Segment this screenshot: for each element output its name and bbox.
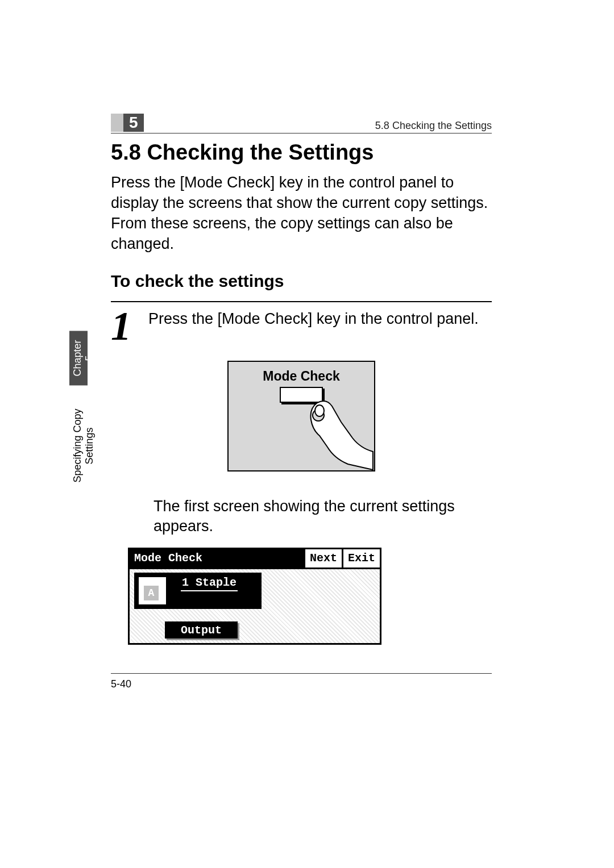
content-area: 5 5.8 Checking the Settings 5.8 Checking…	[111, 114, 492, 690]
step-separator	[111, 301, 492, 302]
document-icon: A	[139, 577, 166, 604]
page-number: 5-40	[111, 678, 492, 690]
step-number: 1	[111, 309, 131, 344]
lcd-output-button[interactable]: Output	[165, 621, 238, 639]
section-title: 5.8 Checking the Settings	[111, 140, 492, 165]
step-1: 1 Press the [Mode Check] key in the cont…	[111, 309, 492, 344]
side-tab: Chapter 5 Specifying Copy Settings	[69, 331, 88, 507]
document-icon-letter: A	[144, 586, 159, 600]
lcd-settings-box: A 1 Staple	[134, 573, 262, 609]
mode-check-label: Mode Check	[229, 369, 374, 384]
lcd-exit-button[interactable]: Exit	[342, 549, 380, 567]
lcd-staple-label: 1 Staple	[181, 576, 238, 591]
footer-rule	[111, 673, 492, 674]
chapter-badge: 5	[111, 114, 144, 132]
step-result: The first screen showing the current set…	[154, 496, 492, 536]
lcd-screen: Mode Check Next Exit A 1 Staple Output	[128, 548, 381, 645]
lcd-next-button[interactable]: Next	[304, 549, 342, 567]
finger-icon	[306, 397, 374, 471]
side-tab-label: Specifying Copy Settings	[69, 385, 88, 507]
lcd-body: A 1 Staple Output	[130, 567, 380, 643]
lcd-title: Mode Check	[130, 549, 304, 567]
svg-point-0	[315, 405, 324, 416]
running-head: 5.8 Checking the Settings	[375, 120, 492, 132]
panel-illustration-wrap: Mode Check	[111, 361, 492, 474]
document-page: Chapter 5 Specifying Copy Settings 5 5.8…	[0, 0, 614, 868]
header-row: 5 5.8 Checking the Settings	[111, 114, 492, 133]
section-intro: Press the [Mode Check] key in the contro…	[111, 173, 492, 254]
control-panel-illustration: Mode Check	[227, 361, 375, 471]
step-text: Press the [Mode Check] key in the contro…	[148, 309, 492, 329]
side-tab-chapter: Chapter 5	[69, 331, 88, 385]
lcd-top-bar: Mode Check Next Exit	[130, 549, 380, 567]
section-subtitle: To check the settings	[111, 272, 492, 291]
